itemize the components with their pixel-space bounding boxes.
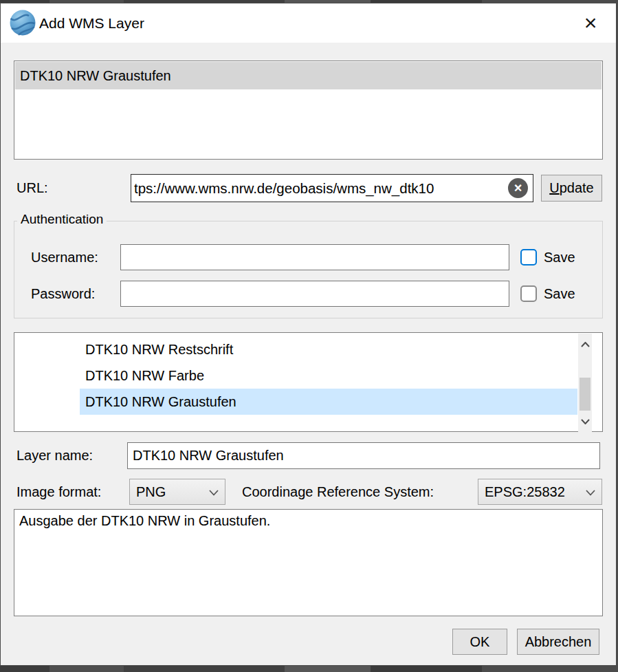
authentication-group-title: Authentication [17, 212, 107, 227]
username-save-checkbox[interactable] [520, 249, 537, 265]
title-bar: Add WMS Layer × [1, 3, 616, 43]
add-wms-layer-dialog: Add WMS Layer × DTK10 NRW Graustufen URL… [0, 3, 617, 666]
layer-name-field[interactable] [127, 442, 600, 469]
url-value: tps://www.wms.nrw.de/geobasis/wms_nw_dtk… [134, 175, 434, 202]
selected-layer-listbox[interactable]: DTK10 NRW Graustufen [14, 61, 603, 160]
marble-globe-icon [10, 10, 36, 36]
chevron-down-icon [586, 490, 595, 496]
layer-name-label: Layer name: [16, 442, 93, 469]
username-save-label: Save [544, 249, 575, 265]
update-button-label: pdate [560, 180, 594, 195]
username-label: Username: [31, 244, 98, 270]
scroll-down-icon[interactable] [578, 416, 592, 427]
password-save-label: Save [544, 285, 575, 302]
username-field[interactable] [120, 244, 509, 270]
layer-description-text: Ausgabe der DTK10 NRW in Graustufen. [19, 513, 270, 528]
crs-value: EPSG:25832 [485, 484, 565, 499]
scrollbar-thumb[interactable] [580, 378, 591, 411]
url-input[interactable]: tps://www.wms.nrw.de/geobasis/wms_nw_dtk… [131, 174, 533, 202]
password-label: Password: [31, 281, 95, 307]
image-format-value: PNG [136, 484, 166, 499]
window-title: Add WMS Layer [39, 3, 144, 43]
list-item-selected[interactable]: DTK10 NRW Graustufen [15, 62, 602, 89]
ok-button[interactable]: OK [452, 629, 507, 655]
tree-item-farbe[interactable]: DTK10 NRW Farbe [80, 362, 577, 389]
tree-scrollbar[interactable] [578, 334, 592, 432]
tree-item-restschrift[interactable]: DTK10 NRW Restschrift [80, 336, 577, 362]
tree-item-graustufen[interactable]: DTK10 NRW Graustufen [80, 389, 577, 415]
close-icon[interactable]: × [574, 8, 607, 39]
cancel-button[interactable]: Abbrechen [517, 629, 599, 655]
clear-url-icon[interactable]: × [508, 178, 528, 198]
update-button[interactable]: Update [541, 175, 602, 202]
layer-description-box[interactable]: Ausgabe der DTK10 NRW in Graustufen. [14, 509, 603, 616]
image-format-label: Image format: [16, 479, 101, 505]
scroll-up-icon[interactable] [578, 339, 592, 350]
password-save-checkbox[interactable] [520, 285, 537, 302]
password-field[interactable] [120, 281, 509, 307]
update-button-mnemonic: U [549, 180, 559, 195]
image-format-select[interactable]: PNG [129, 479, 225, 505]
layers-tree[interactable]: DTK10 NRW Restschrift DTK10 NRW Farbe DT… [14, 332, 603, 432]
chevron-down-icon [209, 490, 219, 496]
crs-select[interactable]: EPSG:25832 [478, 479, 602, 505]
crs-label: Coordinage Reference System: [242, 479, 434, 505]
url-label: URL: [16, 174, 48, 202]
